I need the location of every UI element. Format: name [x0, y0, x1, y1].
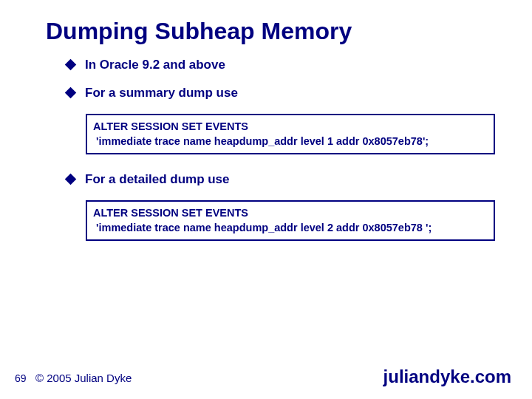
code-line: ALTER SESSION SET EVENTS [93, 206, 488, 221]
bullet-text: For a summary dump use [85, 86, 238, 100]
diamond-icon [65, 59, 77, 71]
page-number: 69 [15, 372, 27, 384]
bullet-text: In Oracle 9.2 and above [85, 58, 225, 72]
slide-content: In Oracle 9.2 and above For a summary du… [66, 58, 502, 259]
code-line: ALTER SESSION SET EVENTS [93, 120, 488, 134]
copyright: © 2005 Julian Dyke [35, 372, 132, 384]
slide: Dumping Subheap Memory In Oracle 9.2 and… [0, 0, 532, 399]
code-block-detailed: ALTER SESSION SET EVENTS 'immediate trac… [86, 200, 495, 241]
bullet-item: For a summary dump use [66, 86, 502, 100]
bullet-item: In Oracle 9.2 and above [66, 58, 502, 72]
code-line: 'immediate trace name heapdump_addr leve… [93, 221, 488, 236]
bullet-item: For a detailed dump use [66, 172, 502, 187]
diamond-icon [65, 87, 77, 99]
bullet-text: For a detailed dump use [85, 172, 230, 187]
code-line: 'immediate trace name heapdump_addr leve… [93, 134, 488, 149]
slide-title: Dumping Subheap Memory [46, 18, 352, 45]
footer: 69 © 2005 Julian Dyke juliandyke.com [0, 362, 532, 384]
brand-text: juliandyke.com [383, 366, 511, 387]
code-block-summary: ALTER SESSION SET EVENTS 'immediate trac… [86, 114, 495, 154]
diamond-icon [65, 174, 77, 185]
